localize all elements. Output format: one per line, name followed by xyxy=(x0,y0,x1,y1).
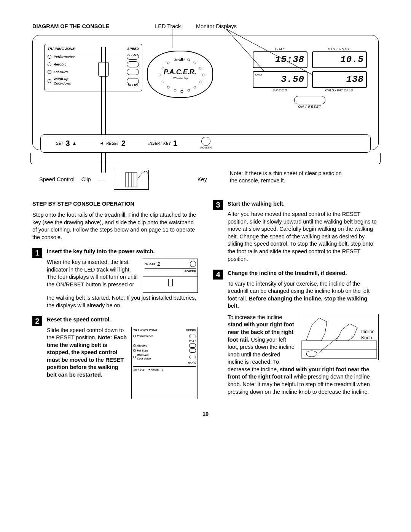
svg-point-8 xyxy=(202,74,204,76)
zone-fatburn: Fat Burn xyxy=(54,70,124,74)
incline-figure: Incline Knob xyxy=(300,314,379,360)
callout-clip: Clip xyxy=(81,176,91,184)
diagram-bottom-callouts: Speed Control Clip — Key Note: If there … xyxy=(32,170,379,190)
right-column: 3 Start the walking belt. After you have… xyxy=(213,200,379,399)
svg-point-4 xyxy=(181,58,183,60)
callout-led-track: LED Track xyxy=(155,23,181,30)
step-1: 1 Insert the key fully into the power sw… xyxy=(32,248,198,309)
page-number: 10 xyxy=(32,411,379,418)
distance-value: 10.5 xyxy=(312,51,367,68)
training-zone-panel: TRAINING ZONE SPEED Performance FAST Aer… xyxy=(44,44,142,91)
clip-icon xyxy=(114,170,148,189)
step-1-text-a: When the key is inserted, the first indi… xyxy=(47,259,138,288)
mph-label: MPH xyxy=(255,73,262,78)
step-2: 2 Reset the speed control. TRAINING ZONE… xyxy=(32,316,198,399)
set-button: SET 3 ▲ xyxy=(56,138,76,149)
svg-point-9 xyxy=(199,81,201,83)
step-4-title: Change the incline of the treadmill, if … xyxy=(228,270,379,277)
svg-point-1 xyxy=(162,67,164,69)
incline-knob-label: Incline Knob xyxy=(361,329,374,341)
intro-text: Step onto the foot rails of the treadmil… xyxy=(32,211,198,241)
callout-speed-control: Speed Control xyxy=(39,176,75,184)
tz-header-right: SPEED xyxy=(127,46,139,51)
on-reset-label: ON / RESET xyxy=(253,104,367,109)
speed-slow-label: SLOW xyxy=(128,83,138,87)
svg-point-15 xyxy=(162,81,164,83)
insert-key-label: INSERT KEY 1 xyxy=(148,138,177,149)
svg-rect-20 xyxy=(302,341,377,358)
speed-label: SPEED xyxy=(253,88,307,93)
step-3-title: Start the walking belt. xyxy=(228,200,379,208)
led-dots-icon xyxy=(151,55,266,112)
svg-point-14 xyxy=(167,86,169,88)
svg-point-3 xyxy=(174,59,176,61)
step-number: 4 xyxy=(213,270,223,280)
power-switch: POWER xyxy=(200,137,212,150)
diagram-header: DIAGRAM OF THE CONSOLE LED Track Monitor… xyxy=(32,23,379,33)
svg-point-12 xyxy=(181,90,183,93)
on-reset-button xyxy=(294,96,325,104)
diagram-top-callouts: LED Track Monitor Displays xyxy=(155,23,237,30)
diagram-title: DIAGRAM OF THE CONSOLE xyxy=(32,23,109,30)
console-frame xyxy=(30,153,381,164)
svg-point-10 xyxy=(194,86,196,88)
time-label: TIME xyxy=(253,47,307,51)
step-1-title: Insert the key fully into the power swit… xyxy=(47,248,198,256)
step-number: 1 xyxy=(32,248,42,258)
tz-header-left: TRAINING ZONE xyxy=(48,46,75,51)
svg-point-5 xyxy=(188,59,190,61)
power-circle-icon xyxy=(201,137,210,146)
step-2-figure: TRAINING ZONESPEED Performance FAST Aero… xyxy=(131,327,198,399)
svg-point-13 xyxy=(174,89,176,91)
step-3: 3 Start the walking belt. After you have… xyxy=(213,200,379,263)
reset-button: ◄ RESET 2 xyxy=(99,138,125,149)
distance-label: DISTANCE xyxy=(312,47,367,51)
monitor-displays: TIME 15:38 DISTANCE 10.5 MPH 3.50 SPEED … xyxy=(253,47,367,109)
zone-performance: Performance xyxy=(54,54,124,59)
cals-value: 138 xyxy=(312,71,367,88)
step-2-title: Reset the speed control. xyxy=(47,316,198,324)
arrow-up-icon: ▲ xyxy=(72,140,77,146)
zone-button xyxy=(127,69,139,75)
svg-point-6 xyxy=(194,62,196,64)
cals-label: CALS./ FAT CALS. xyxy=(312,88,367,93)
clip-figure xyxy=(114,170,149,190)
step-4-text-b-pre: To increase the incline, xyxy=(228,314,284,320)
console-bottom-bar: SET 3 ▲ ◄ RESET 2 INSERT KEY 1 POWER xyxy=(40,134,371,153)
time-value: 15:38 xyxy=(253,51,307,68)
arrow-left-icon: ◄ xyxy=(99,140,104,146)
power-circle-icon xyxy=(190,261,196,267)
speed-fast-label: FAST xyxy=(129,53,138,57)
instructions: STEP BY STEP CONSOLE OPERATION Step onto… xyxy=(32,200,379,399)
step-1-text-b: the walking belt is started. Note: If yo… xyxy=(47,295,196,308)
svg-point-22 xyxy=(306,351,317,357)
svg-point-0 xyxy=(159,74,161,76)
step-2-text-b: Note: Each time the walking belt is stop… xyxy=(47,334,127,378)
knob-icon xyxy=(168,279,173,286)
console-note: Note: If there is a thin sheet of clear … xyxy=(230,170,344,185)
dash-icon: — xyxy=(98,175,105,184)
callout-key: Key xyxy=(198,176,207,184)
zone-warmup: Warm-up Cool-down xyxy=(54,77,124,86)
operation-title: STEP BY STEP CONSOLE OPERATION xyxy=(32,200,198,208)
zone-aerobic: Aerobic xyxy=(54,62,124,67)
svg-point-11 xyxy=(188,89,190,91)
svg-point-7 xyxy=(199,67,201,69)
step-number: 3 xyxy=(213,200,223,210)
pacer-track: START P.A.C.E.R. .25 mile lap xyxy=(147,51,213,98)
console-diagram: TRAINING ZONE SPEED Performance FAST Aer… xyxy=(32,35,379,150)
leader-line xyxy=(172,29,172,48)
step-3-text: After you have moved the speed control t… xyxy=(228,211,377,262)
svg-point-2 xyxy=(167,62,169,64)
step-4-text-a-bold: Before changing the incline, stop the wa… xyxy=(228,296,367,309)
step-4: 4 Change the incline of the treadmill, i… xyxy=(213,270,379,396)
step-number: 2 xyxy=(32,316,42,326)
left-column: STEP BY STEP CONSOLE OPERATION Step onto… xyxy=(32,200,198,399)
slider-knob-icon xyxy=(98,62,109,77)
callout-monitor-displays: Monitor Displays xyxy=(196,23,237,30)
step-1-figure: RT KEY 1 POWER xyxy=(143,259,198,293)
zone-button xyxy=(127,61,139,67)
